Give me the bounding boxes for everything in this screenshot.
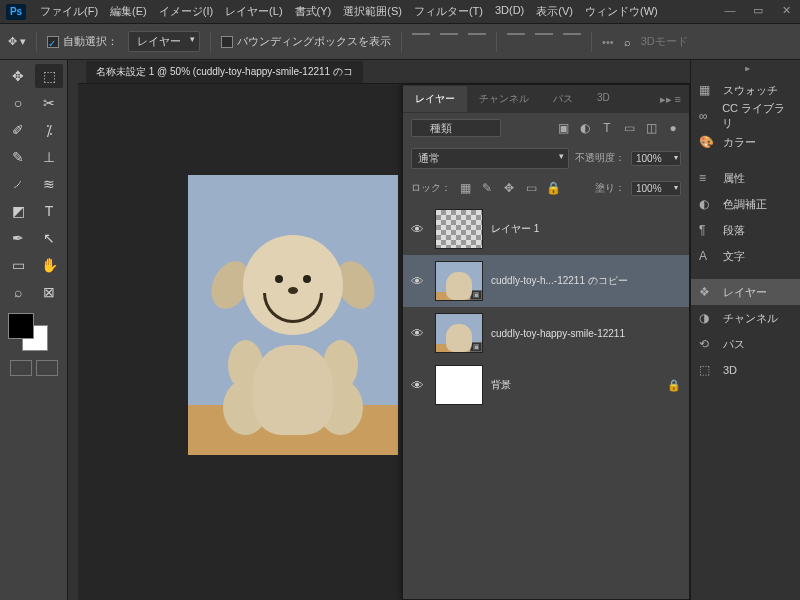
tool-button[interactable]: ↖ xyxy=(35,226,63,250)
lock-all-icon[interactable]: 🔒 xyxy=(545,181,561,195)
align-icon[interactable] xyxy=(535,33,553,51)
tool-button[interactable]: ⟋ xyxy=(4,172,32,196)
menu-item[interactable]: イメージ(I) xyxy=(153,1,219,22)
layer-row[interactable]: 👁 ▣ cuddly-toy-happy-smile-12211 xyxy=(403,307,689,359)
layer-filter-input[interactable] xyxy=(411,119,501,137)
tool-button[interactable]: ✎ xyxy=(4,145,32,169)
bounding-box-checkbox[interactable] xyxy=(221,36,233,48)
tool-button[interactable]: ⊥ xyxy=(35,145,63,169)
menu-item[interactable]: レイヤー(L) xyxy=(219,1,288,22)
panel-label: CC ライブラリ xyxy=(722,101,792,131)
layer-thumbnail[interactable]: ▣ xyxy=(435,313,483,353)
panel-shortcut[interactable]: ▦スウォッチ xyxy=(691,77,800,103)
menu-item[interactable]: 選択範囲(S) xyxy=(337,1,408,22)
auto-select-checkbox[interactable] xyxy=(47,36,59,48)
panel-shortcut[interactable]: ❖レイヤー xyxy=(691,279,800,305)
tool-button[interactable]: ⁒ xyxy=(35,118,63,142)
menu-item[interactable]: 書式(Y) xyxy=(289,1,338,22)
close-button[interactable]: ✕ xyxy=(772,0,800,20)
align-icon[interactable] xyxy=(563,33,581,51)
tool-button[interactable]: ✋ xyxy=(35,253,63,277)
panel-shortcut[interactable]: 🎨カラー xyxy=(691,129,800,155)
filter-smart-icon[interactable]: ◫ xyxy=(643,121,659,135)
menu-item[interactable]: 表示(V) xyxy=(530,1,579,22)
fill-value[interactable]: 100% xyxy=(631,181,681,196)
layers-panel: レイヤーチャンネルパス3D ▸▸ ≡ ▣ ◐ T ▭ ◫ ● 通常 不透明度： … xyxy=(402,84,690,600)
tool-button[interactable]: ≋ xyxy=(35,172,63,196)
panel-tab[interactable]: 3D xyxy=(585,86,622,112)
menu-item[interactable]: ファイル(F) xyxy=(34,1,104,22)
opacity-label: 不透明度： xyxy=(575,151,625,165)
align-icon[interactable] xyxy=(412,33,430,51)
panel-shortcut[interactable]: ⟲パス xyxy=(691,331,800,357)
tool-button[interactable]: ◩ xyxy=(4,199,32,223)
lock-position-icon[interactable]: ✥ xyxy=(501,181,517,195)
menu-item[interactable]: フィルター(T) xyxy=(408,1,489,22)
more-icon[interactable]: ••• xyxy=(602,36,614,48)
color-swatch[interactable] xyxy=(4,313,63,353)
panel-shortcut[interactable]: A文字 xyxy=(691,243,800,269)
maximize-button[interactable]: ▭ xyxy=(744,0,772,20)
filter-type-icon[interactable]: T xyxy=(599,121,615,135)
layer-thumbnail[interactable] xyxy=(435,365,483,405)
tool-button[interactable]: ✂ xyxy=(35,91,63,115)
layer-thumbnail[interactable]: ▣ xyxy=(435,261,483,301)
auto-select-dropdown[interactable]: レイヤー xyxy=(128,31,200,52)
panel-icon: A xyxy=(699,249,715,263)
document-tab[interactable]: 名称未設定 1 @ 50% (cuddly-toy-happy-smile-12… xyxy=(86,61,363,83)
filter-image-icon[interactable]: ▣ xyxy=(555,121,571,135)
panel-shortcut[interactable]: ⬚3D xyxy=(691,357,800,383)
tool-button[interactable]: ○ xyxy=(4,91,32,115)
blend-mode-dropdown[interactable]: 通常 xyxy=(411,148,569,169)
lock-artboard-icon[interactable]: ▭ xyxy=(523,181,539,195)
filter-adjust-icon[interactable]: ◐ xyxy=(577,121,593,135)
lock-pixels-icon[interactable]: ▦ xyxy=(457,181,473,195)
lock-brush-icon[interactable]: ✎ xyxy=(479,181,495,195)
panel-collapse-icon[interactable]: ▸▸ ≡ xyxy=(652,93,689,106)
panel-label: 段落 xyxy=(723,223,745,238)
visibility-icon[interactable]: 👁 xyxy=(411,274,427,289)
panel-tab[interactable]: パス xyxy=(541,86,585,112)
layer-list: 👁 レイヤー 1 👁 ▣ cuddly-toy-h...-12211 のコピー … xyxy=(403,203,689,411)
panel-shortcut[interactable]: ◐色調補正 xyxy=(691,191,800,217)
panel-shortcut[interactable]: ≡属性 xyxy=(691,165,800,191)
visibility-icon[interactable]: 👁 xyxy=(411,326,427,341)
panel-shortcut[interactable]: ∞CC ライブラリ xyxy=(691,103,800,129)
tool-button[interactable]: ⌕ xyxy=(4,280,32,304)
layer-name: 背景 xyxy=(491,378,659,392)
minimize-button[interactable]: — xyxy=(716,0,744,20)
visibility-icon[interactable]: 👁 xyxy=(411,378,427,393)
panel-shortcut[interactable]: ◑チャンネル xyxy=(691,305,800,331)
layer-row[interactable]: 👁 背景 🔒 xyxy=(403,359,689,411)
visibility-icon[interactable]: 👁 xyxy=(411,222,427,237)
panel-shortcut[interactable]: ¶段落 xyxy=(691,217,800,243)
panel-icon: ⬚ xyxy=(699,363,715,377)
mask-mode[interactable] xyxy=(4,360,63,376)
canvas[interactable] xyxy=(188,175,398,455)
menu-item[interactable]: 編集(E) xyxy=(104,1,153,22)
panel-tab[interactable]: チャンネル xyxy=(467,86,541,112)
tool-button[interactable]: ✒ xyxy=(4,226,32,250)
window-controls: — ▭ ✕ xyxy=(716,0,800,20)
panel-label: 色調補正 xyxy=(723,197,767,212)
search-icon[interactable]: ⌕ xyxy=(624,36,631,48)
filter-toggle-icon[interactable]: ● xyxy=(665,121,681,135)
tool-button[interactable]: T xyxy=(35,199,63,223)
opacity-value[interactable]: 100% xyxy=(631,151,681,166)
panel-tab[interactable]: レイヤー xyxy=(403,86,467,112)
layer-row[interactable]: 👁 ▣ cuddly-toy-h...-12211 のコピー xyxy=(403,255,689,307)
align-icon[interactable] xyxy=(507,33,525,51)
menu-item[interactable]: ウィンドウ(W) xyxy=(579,1,664,22)
tool-button[interactable]: ⬚ xyxy=(35,64,63,88)
tool-button[interactable]: ✥ xyxy=(4,64,32,88)
foreground-color[interactable] xyxy=(8,313,34,339)
layer-row[interactable]: 👁 レイヤー 1 xyxy=(403,203,689,255)
layer-thumbnail[interactable] xyxy=(435,209,483,249)
align-icon[interactable] xyxy=(440,33,458,51)
filter-shape-icon[interactable]: ▭ xyxy=(621,121,637,135)
align-icon[interactable] xyxy=(468,33,486,51)
menu-item[interactable]: 3D(D) xyxy=(489,1,530,22)
tool-button[interactable]: ▭ xyxy=(4,253,32,277)
tool-button[interactable]: ✐ xyxy=(4,118,32,142)
tool-button[interactable]: ⊠ xyxy=(35,280,63,304)
